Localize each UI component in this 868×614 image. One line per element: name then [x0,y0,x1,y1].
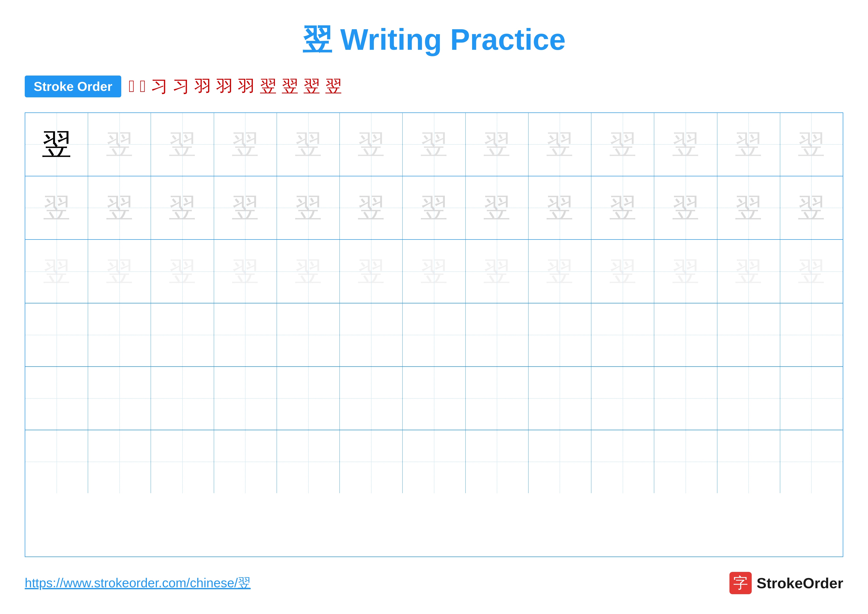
char-very-light: 翌 [295,253,322,290]
grid-cell-4-11[interactable] [654,303,717,366]
grid-cell-6-12[interactable] [717,430,780,493]
grid-cell-3-12: 翌 [717,240,780,303]
stroke-order-row: Stroke Order 𠃍 𠃍 习 习 羽 羽 羽 翌 翌 翌 翌 [25,75,843,98]
char-very-light: 翌 [609,253,636,290]
grid-cell-5-3[interactable] [151,367,214,430]
grid-cell-3-3: 翌 [151,240,214,303]
grid-cell-6-6[interactable] [340,430,403,493]
grid-cell-3-10: 翌 [591,240,654,303]
grid-cell-6-9[interactable] [529,430,591,493]
grid-cell-3-13: 翌 [780,240,843,303]
stroke-step-7: 羽 [238,75,255,98]
grid-cell-2-2: 翌 [88,176,151,239]
char-guide: 翌 [169,190,196,226]
grid-cell-4-1[interactable] [25,303,88,366]
grid-cell-4-13[interactable] [780,303,843,366]
char-guide: 翌 [798,190,825,226]
char-guide: 翌 [672,190,699,226]
grid-cell-6-10[interactable] [591,430,654,493]
grid-cell-6-2[interactable] [88,430,151,493]
stroke-step-5: 羽 [194,75,211,98]
grid-cell-5-9[interactable] [529,367,591,430]
footer-url[interactable]: https://www.strokeorder.com/chinese/翌 [25,574,251,592]
grid-cell-5-2[interactable] [88,367,151,430]
grid-cell-1-5: 翌 [277,113,340,176]
char-guide: 翌 [483,190,510,226]
grid-cell-5-8[interactable] [466,367,529,430]
stroke-step-2: 𠃍 [140,76,146,96]
grid-cell-5-10[interactable] [591,367,654,430]
grid-cell-3-7: 翌 [403,240,465,303]
char-guide: 翌 [232,190,259,226]
grid-cell-4-9[interactable] [529,303,591,366]
grid-cell-4-12[interactable] [717,303,780,366]
char-very-light: 翌 [43,253,70,290]
grid-cell-2-10: 翌 [591,176,654,239]
grid-cell-5-1[interactable] [25,367,88,430]
char-guide: 翌 [546,190,573,226]
grid-cell-1-8: 翌 [466,113,529,176]
grid-cell-5-4[interactable] [214,367,277,430]
grid-cell-4-4[interactable] [214,303,277,366]
char-very-light: 翌 [483,253,510,290]
grid-cell-5-12[interactable] [717,367,780,430]
grid-cell-4-6[interactable] [340,303,403,366]
char-guide: 翌 [798,126,825,163]
char-very-light: 翌 [546,253,573,290]
grid-cell-6-5[interactable] [277,430,340,493]
grid-cell-3-4: 翌 [214,240,277,303]
grid-cell-1-6: 翌 [340,113,403,176]
grid-cell-1-2: 翌 [88,113,151,176]
grid-cell-5-6[interactable] [340,367,403,430]
grid-cell-5-7[interactable] [403,367,465,430]
grid-cell-1-13: 翌 [780,113,843,176]
logo-char: 字 [733,573,748,593]
char-guide: 翌 [358,190,385,226]
grid-cell-6-4[interactable] [214,430,277,493]
char-guide: 翌 [483,126,510,163]
char-very-light: 翌 [672,253,699,290]
grid-cell-6-13[interactable] [780,430,843,493]
grid-cell-5-11[interactable] [654,367,717,430]
grid-cell-6-3[interactable] [151,430,214,493]
char-guide: 翌 [106,190,133,226]
char-guide: 翌 [232,126,259,163]
page-title: 翌 Writing Practice [302,20,566,60]
stroke-step-4: 习 [173,75,189,98]
char-guide: 翌 [735,126,762,163]
stroke-step-11: 翌 [325,75,342,98]
grid-cell-6-7[interactable] [403,430,465,493]
char-solid: 翌 [42,124,71,165]
char-guide: 翌 [546,126,573,163]
char-guide: 翌 [609,126,636,163]
grid-cell-5-13[interactable] [780,367,843,430]
practice-grid: 翌 翌 翌 翌 翌 翌 翌 翌 翌 [25,112,843,557]
grid-cell-4-2[interactable] [88,303,151,366]
grid-cell-2-4: 翌 [214,176,277,239]
grid-cell-4-3[interactable] [151,303,214,366]
grid-cell-5-5[interactable] [277,367,340,430]
char-guide: 翌 [420,126,448,163]
grid-cell-1-12: 翌 [717,113,780,176]
grid-cell-2-8: 翌 [466,176,529,239]
grid-cell-1-11: 翌 [654,113,717,176]
grid-cell-3-11: 翌 [654,240,717,303]
char-very-light: 翌 [106,253,133,290]
stroke-step-3: 习 [151,75,168,98]
stroke-step-9: 翌 [282,75,298,98]
grid-cell-4-5[interactable] [277,303,340,366]
grid-cell-4-7[interactable] [403,303,465,366]
grid-cell-2-5: 翌 [277,176,340,239]
grid-cell-6-1[interactable] [25,430,88,493]
char-guide: 翌 [420,190,448,226]
grid-cell-6-11[interactable] [654,430,717,493]
grid-cell-6-8[interactable] [466,430,529,493]
stroke-step-10: 翌 [303,75,320,98]
title-text: Writing Practice [332,23,566,56]
grid-row-2: 翌 翌 翌 翌 翌 翌 翌 翌 翌 [25,176,843,240]
grid-cell-4-10[interactable] [591,303,654,366]
grid-cell-1-7: 翌 [403,113,465,176]
grid-cell-4-8[interactable] [466,303,529,366]
grid-cell-2-1: 翌 [25,176,88,239]
grid-cell-3-1: 翌 [25,240,88,303]
